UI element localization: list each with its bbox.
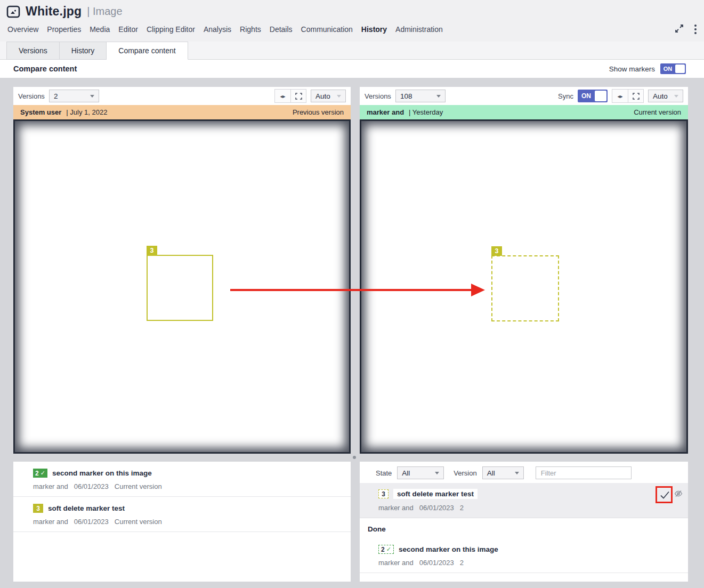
versions-label: Versions: [18, 92, 45, 100]
state-select[interactable]: All: [397, 466, 444, 479]
nav-item-analysis[interactable]: Analysis: [204, 25, 231, 34]
state-label: State: [376, 469, 392, 477]
marker-version: 2: [460, 504, 464, 512]
marker-box-3-dashed[interactable]: 3: [491, 255, 559, 321]
nav-item-administration[interactable]: Administration: [395, 25, 443, 34]
tab-versions[interactable]: Versions: [6, 42, 60, 60]
marker-badge-3-dashed: 3: [378, 489, 389, 498]
nav-item-rights[interactable]: Rights: [240, 25, 261, 34]
asset-type-label: | Image: [87, 5, 122, 18]
done-section-header: Done: [360, 518, 688, 539]
version-tag: Current version: [634, 108, 681, 116]
caret-down-icon: [435, 472, 439, 474]
tab-bar: Versions History Compare content: [0, 42, 704, 60]
sync-toggle[interactable]: ON: [578, 90, 608, 102]
left-version-bar: System user | July 1, 2022 Previous vers…: [13, 105, 351, 119]
marker-filter-row: State All Version All: [360, 462, 688, 483]
marker-date: 06/01/2023: [74, 518, 109, 526]
right-pane-toolbar: Versions 108 Sync ON ◂▸ Auto: [360, 87, 688, 105]
open-marker-row[interactable]: 3 soft delete marker test marker and 06/…: [360, 483, 688, 518]
marker-author: marker and: [378, 504, 414, 512]
right-marker-list: State All Version All 3 soft delete mark…: [360, 462, 688, 582]
left-image-viewer[interactable]: 3: [13, 119, 351, 454]
sync-label: Sync: [558, 92, 573, 100]
marker-author: marker and: [33, 482, 68, 490]
tab-compare-content[interactable]: Compare content: [107, 42, 188, 60]
marker-badge-2: 2✓: [33, 469, 47, 478]
left-compare-pane: Versions 2 ◂▸ Auto System user | July 1,…: [13, 87, 351, 454]
right-view-icon-group: ◂▸: [612, 89, 644, 103]
check-icon: ✓: [41, 470, 45, 477]
marker-number-badge: 3: [491, 246, 502, 256]
marker-version: Current version: [115, 482, 162, 490]
caret-down-icon: [674, 95, 678, 98]
marker-author: marker and: [378, 559, 414, 567]
left-zoom-select[interactable]: Auto: [311, 90, 346, 102]
page-title: White.jpg: [26, 4, 82, 19]
show-markers-toggle[interactable]: ON: [660, 63, 686, 74]
toggle-knob: [675, 65, 685, 73]
nav-item-history[interactable]: History: [361, 25, 387, 34]
done-marker-row[interactable]: 2✓ second marker on this image marker an…: [360, 539, 688, 573]
caret-down-icon: [337, 95, 341, 98]
nav-item-details[interactable]: Details: [270, 25, 293, 34]
left-version-select[interactable]: 2: [49, 90, 99, 102]
toggle-knob: [595, 91, 606, 101]
nav-item-communication[interactable]: Communication: [301, 25, 353, 34]
version-date: | July 1, 2022: [66, 108, 107, 116]
marker-author: marker and: [33, 518, 68, 526]
caret-down-icon: [90, 95, 94, 98]
fullscreen-icon[interactable]: [290, 90, 306, 102]
right-version-bar: marker and | Yesterday Current version: [360, 105, 688, 119]
marker-row-actions: [659, 489, 683, 500]
caret-down-icon: [436, 95, 441, 98]
subheader: Compare content Show markers ON: [0, 60, 704, 78]
nav-item-media[interactable]: Media: [90, 25, 110, 34]
version-filter-label: Version: [454, 469, 476, 477]
marker-date: 06/01/2023: [419, 559, 454, 567]
right-image-viewer[interactable]: 3: [360, 119, 688, 454]
right-zoom-select[interactable]: Auto: [648, 90, 683, 102]
fullscreen-icon[interactable]: [628, 90, 643, 102]
asset-title-row: White.jpg | Image: [6, 4, 123, 19]
hide-marker-eye-off-icon[interactable]: [674, 489, 683, 500]
show-markers-control: Show markers ON: [609, 63, 686, 74]
show-markers-label: Show markers: [609, 65, 655, 73]
fit-width-icon[interactable]: ◂▸: [612, 90, 628, 102]
marker-badge-2-dashed: 2✓: [378, 545, 394, 554]
main-nav: Overview Properties Media Editor Clippin…: [7, 25, 443, 34]
marker-version: Current version: [115, 518, 162, 526]
version-user: System user: [20, 108, 61, 116]
section-title: Compare content: [13, 65, 77, 73]
pane-splitter-handle[interactable]: [353, 456, 356, 459]
check-icon: ✓: [386, 546, 391, 553]
right-version-select[interactable]: 108: [395, 90, 446, 102]
app-header: White.jpg | Image Overview Properties Me…: [0, 0, 704, 42]
filter-input[interactable]: [536, 466, 632, 479]
expand-icon[interactable]: [675, 24, 684, 35]
fit-width-icon[interactable]: ◂▸: [275, 90, 290, 102]
image-file-icon: [6, 5, 20, 19]
left-pane-toolbar: Versions 2 ◂▸ Auto: [13, 87, 351, 105]
nav-item-properties[interactable]: Properties: [47, 25, 81, 34]
version-user: marker and: [367, 108, 404, 116]
marker-date: 06/01/2023: [74, 482, 109, 490]
mark-done-check-icon[interactable]: [659, 489, 670, 500]
nav-item-editor[interactable]: Editor: [118, 25, 138, 34]
nav-item-overview[interactable]: Overview: [7, 25, 38, 34]
marker-box-3[interactable]: 3: [147, 255, 213, 321]
marker-version: 2: [460, 559, 464, 567]
nav-item-clipping-editor[interactable]: Clipping Editor: [147, 25, 195, 34]
versions-label: Versions: [365, 92, 391, 100]
left-marker-list: 2✓ second marker on this image marker an…: [13, 462, 351, 582]
version-tag: Previous version: [293, 108, 344, 116]
left-view-icon-group: ◂▸: [274, 89, 306, 103]
right-compare-pane: Versions 108 Sync ON ◂▸ Auto marker and …: [360, 87, 688, 454]
version-date: | Yesterday: [409, 108, 443, 116]
tab-history[interactable]: History: [60, 42, 107, 60]
kebab-menu-icon[interactable]: [693, 23, 698, 35]
version-filter-select[interactable]: All: [482, 466, 524, 479]
marker-list-item[interactable]: 3 soft delete marker test marker and 06/…: [13, 497, 351, 532]
marker-badge-3: 3: [33, 504, 43, 513]
marker-list-item[interactable]: 2✓ second marker on this image marker an…: [13, 462, 351, 497]
